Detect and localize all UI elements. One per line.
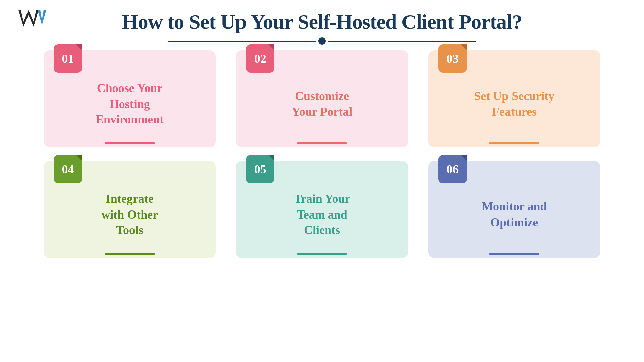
card-title-04: Integrate with Other Tools <box>101 191 158 238</box>
card-title-03: Set Up Security Features <box>474 88 554 120</box>
card-title-05: Train Your Team and Clients <box>293 191 350 238</box>
card-title-06: Monitor and Optimize <box>482 199 547 230</box>
cards-grid: 01 Choose Your Hosting Environment 02 Cu… <box>44 50 600 258</box>
card-05: 05 Train Your Team and Clients <box>236 161 408 258</box>
header-divider <box>0 37 644 45</box>
badge-01: 01 <box>54 44 82 73</box>
card-02: 02 Customize Your Portal <box>236 50 408 147</box>
header-line-right <box>328 41 476 42</box>
card-04: 04 Integrate with Other Tools <box>44 161 216 258</box>
badge-03: 03 <box>438 44 467 73</box>
badge-05: 05 <box>246 155 274 183</box>
header-line-left <box>168 41 316 42</box>
page-header: How to Set Up Your Self-Hosted Client Po… <box>0 10 644 45</box>
card-title-02: Customize Your Portal <box>292 88 352 120</box>
badge-04: 04 <box>54 155 82 183</box>
card-title-01: Choose Your Hosting Environment <box>96 80 164 127</box>
badge-06: 06 <box>438 155 467 183</box>
badge-02: 02 <box>246 44 274 73</box>
header-dot <box>318 37 326 45</box>
page-title: How to Set Up Your Self-Hosted Client Po… <box>0 10 644 34</box>
card-01: 01 Choose Your Hosting Environment <box>44 50 216 147</box>
card-03: 03 Set Up Security Features <box>428 50 600 147</box>
card-06: 06 Monitor and Optimize <box>428 161 600 258</box>
